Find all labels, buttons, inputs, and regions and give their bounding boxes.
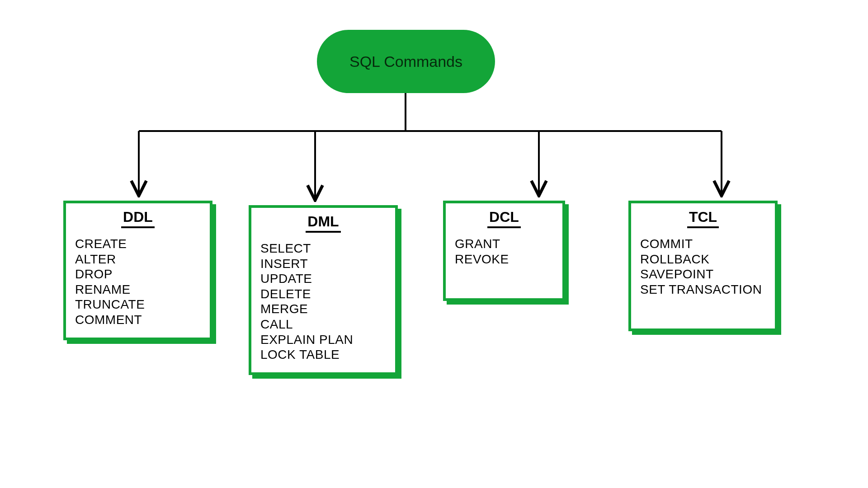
list-item: MERGE [260,301,386,317]
category-title-text: DCL [487,209,521,228]
command-list: SELECT INSERT UPDATE DELETE MERGE CALL E… [260,241,386,362]
diagram-canvas: SQL Commands DDL CREATE ALTER DROP RENAM… [0,0,868,488]
category-title: DML [260,213,386,235]
category-box-tcl: TCL COMMIT ROLLBACK SAVEPOINT SET TRANSA… [628,201,778,331]
category-title: DDL [75,209,201,230]
list-item: TRUNCATE [75,297,201,312]
list-item: RENAME [75,282,201,297]
list-item: DELETE [260,286,386,302]
list-item: SET TRANSACTION [640,282,766,297]
list-item: REVOKE [455,252,553,267]
list-item: EXPLAIN PLAN [260,332,386,347]
list-item: INSERT [260,256,386,272]
category-title: DCL [455,209,553,230]
list-item: ROLLBACK [640,252,766,267]
list-item: LOCK TABLE [260,347,386,362]
list-item: COMMENT [75,312,201,328]
category-box-ddl: DDL CREATE ALTER DROP RENAME TRUNCATE CO… [63,201,212,340]
command-list: CREATE ALTER DROP RENAME TRUNCATE COMMEN… [75,236,201,328]
list-item: ALTER [75,252,201,267]
category-title-text: TCL [687,209,719,228]
category-title-text: DDL [121,209,155,228]
list-item: GRANT [455,236,553,252]
command-list: COMMIT ROLLBACK SAVEPOINT SET TRANSACTIO… [640,236,766,297]
category-title-text: DML [306,213,340,233]
list-item: CALL [260,317,386,332]
category-box-dml: DML SELECT INSERT UPDATE DELETE MERGE CA… [249,205,398,375]
root-label: SQL Commands [349,53,462,70]
list-item: COMMIT [640,236,766,252]
root-node: SQL Commands [317,30,495,93]
list-item: UPDATE [260,271,386,286]
list-item: CREATE [75,236,201,252]
command-list: GRANT REVOKE [455,236,553,267]
list-item: SELECT [260,241,386,256]
category-title: TCL [640,209,766,230]
category-box-dcl: DCL GRANT REVOKE [443,201,565,301]
list-item: DROP [75,267,201,282]
list-item: SAVEPOINT [640,267,766,282]
